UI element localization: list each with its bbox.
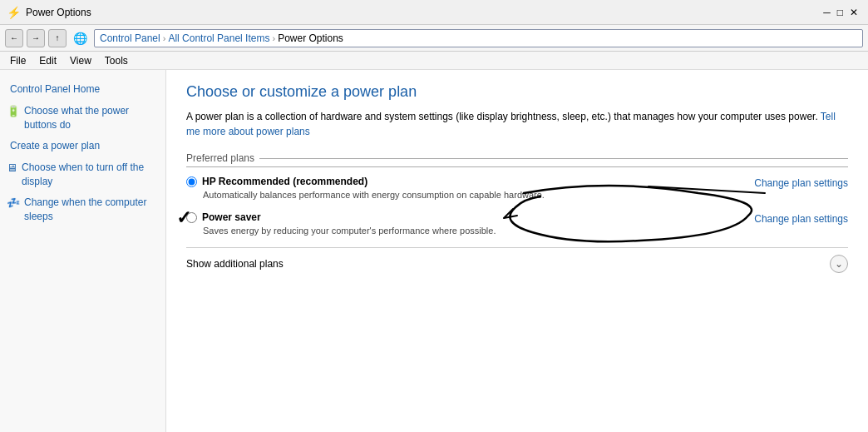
menu-view[interactable]: View [63, 53, 98, 68]
sleep-icon: 💤 [7, 196, 20, 211]
sidebar-item-create-plan[interactable]: Create a power plan [0, 135, 165, 157]
radio-power-saver[interactable] [186, 212, 197, 223]
up-button[interactable]: ↑ [48, 29, 67, 47]
breadcrumb-control-panel[interactable]: Control Panel [100, 32, 160, 44]
monitor-icon: 🖥 [7, 161, 17, 176]
menu-tools[interactable]: Tools [98, 53, 135, 68]
minimize-btn[interactable]: ─ [823, 7, 831, 18]
title-bar: ⚡ Power Options ─ □ ✕ [0, 0, 868, 25]
close-btn[interactable]: ✕ [850, 7, 858, 18]
plan-saver-name: Power saver [202, 211, 261, 223]
expand-plans-button[interactable]: ⌄ [830, 255, 848, 273]
menu-bar: File Edit View Tools [0, 52, 868, 70]
sidebar-sleep-label: Change when the computer sleeps [24, 196, 159, 224]
plan-row-saver: Power saver Saves energy by reducing you… [186, 211, 848, 236]
plan-saver-desc: Saves energy by reducing your computer's… [203, 226, 721, 236]
plans-header: Preferred plans [186, 152, 848, 167]
menu-edit[interactable]: Edit [32, 53, 63, 68]
plan-hp-desc: Automatically balances performance with … [203, 190, 721, 200]
app-icon: ⚡ [7, 6, 21, 19]
plan-saver-name-row: Power saver [186, 211, 721, 223]
back-button[interactable]: ← [5, 29, 23, 47]
forward-button[interactable]: → [27, 29, 45, 47]
plan-row-hp: HP Recommended (recommended) Automatical… [186, 176, 848, 200]
sidebar-item-display[interactable]: 🖥 Choose when to turn off the display [0, 157, 165, 192]
preferred-plans-section: Preferred plans HP Recommended (recommen… [186, 152, 848, 273]
sidebar-power-buttons-label: Choose what the power buttons do [24, 104, 159, 132]
address-bar: ← → ↑ 🌐 Control Panel › All Control Pane… [0, 25, 868, 52]
plan-saver-left: Power saver Saves energy by reducing you… [186, 211, 721, 236]
sidebar-display-label: Choose when to turn off the display [22, 161, 159, 189]
page-title: Choose or customize a power plan [186, 83, 848, 101]
title-text: Power Options [26, 7, 91, 18]
show-additional-label: Show additional plans [186, 258, 830, 270]
breadcrumb-all-items[interactable]: All Control Panel Items [168, 32, 269, 44]
sidebar-item-home[interactable]: Control Panel Home [0, 78, 165, 101]
breadcrumb: Control Panel › All Control Panel Items … [94, 29, 863, 47]
change-plan-saver-link[interactable]: Change plan settings [754, 211, 848, 225]
sidebar-item-sleep[interactable]: 💤 Change when the computer sleeps [0, 192, 165, 227]
content-area: Choose or customize a power plan A power… [166, 70, 868, 432]
menu-file[interactable]: File [3, 53, 32, 68]
battery-icon: 🔋 [7, 104, 20, 119]
sidebar-item-power-buttons[interactable]: 🔋 Choose what the power buttons do [0, 101, 165, 136]
change-plan-hp-link[interactable]: Change plan settings [754, 176, 848, 189]
page-description: A power plan is a collection of hardware… [186, 109, 848, 139]
maximize-btn[interactable]: □ [837, 7, 843, 18]
radio-hp-recommended[interactable] [186, 176, 197, 187]
breadcrumb-current: Power Options [278, 32, 343, 44]
plan-hp-left: HP Recommended (recommended) Automatical… [186, 176, 721, 200]
chevron-down-icon: ⌄ [835, 258, 843, 270]
main-layout: Control Panel Home 🔋 Choose what the pow… [0, 70, 868, 432]
plan-hp-name: HP Recommended (recommended) [202, 176, 367, 187]
breadcrumb-sep-2: › [272, 33, 275, 43]
sidebar: Control Panel Home 🔋 Choose what the pow… [0, 70, 166, 432]
breadcrumb-sep-1: › [163, 33, 166, 43]
globe-icon: 🌐 [73, 32, 87, 45]
show-additional-row: Show additional plans ⌄ [186, 247, 848, 273]
plan-hp-name-row: HP Recommended (recommended) [186, 176, 721, 187]
preferred-plans-label: Preferred plans [186, 152, 259, 164]
